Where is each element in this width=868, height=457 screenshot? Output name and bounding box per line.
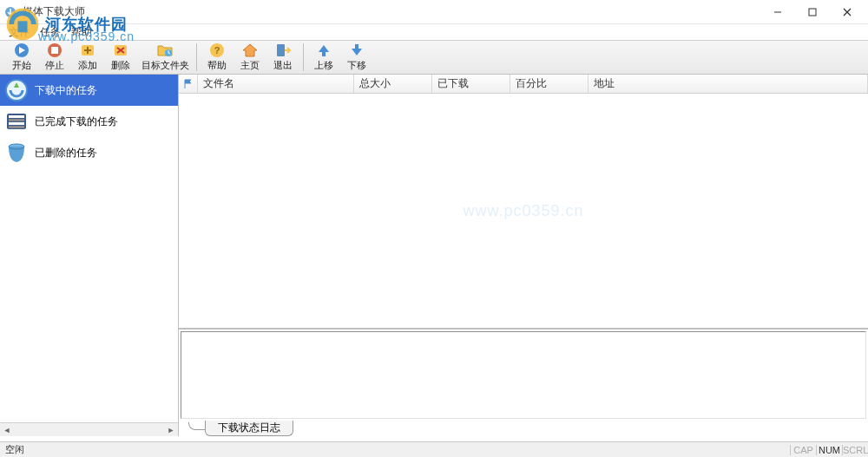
toolbar: 开始 停止 添加 删除 目标文件夹 ? 帮助 主页 退出 上移 下移 xyxy=(0,40,868,75)
help-icon: ? xyxy=(208,42,226,58)
help-button[interactable]: ? 帮助 xyxy=(201,41,233,74)
start-button[interactable]: 开始 xyxy=(5,41,38,74)
home-icon xyxy=(241,42,259,58)
status-cap: CAP xyxy=(790,445,816,455)
toolbar-separator xyxy=(303,43,304,71)
move-up-label: 上移 xyxy=(314,59,333,72)
downloading-icon xyxy=(3,77,30,103)
home-button[interactable]: 主页 xyxy=(233,41,266,74)
delete-label: 删除 xyxy=(111,59,130,72)
folder-icon xyxy=(156,42,174,58)
sidebar-list: 下载中的任务 已完成下载的任务 已删除的任务 xyxy=(0,75,178,422)
stop-icon xyxy=(46,42,63,58)
sidebar-item-downloading[interactable]: 下载中的任务 xyxy=(0,75,178,106)
toolbar-separator xyxy=(196,43,197,71)
svg-rect-21 xyxy=(277,44,285,56)
sidebar: 下载中的任务 已完成下载的任务 已删除的任务 ◄ ► xyxy=(0,75,179,436)
home-label: 主页 xyxy=(240,59,260,72)
delete-button[interactable]: 删除 xyxy=(104,41,137,74)
window-title: 媒体下载大师 xyxy=(23,4,760,19)
svg-marker-23 xyxy=(352,44,362,55)
svg-marker-20 xyxy=(243,44,257,56)
svg-rect-30 xyxy=(9,126,24,128)
log-tabs: 下载状态日志 xyxy=(179,419,868,436)
arrow-down-icon xyxy=(348,42,365,58)
svg-marker-22 xyxy=(319,45,329,56)
column-filename[interactable]: 文件名 xyxy=(198,75,354,93)
completed-icon xyxy=(3,108,30,134)
log-tab-status[interactable]: 下载状态日志 xyxy=(205,421,293,436)
move-down-label: 下移 xyxy=(347,59,366,72)
scroll-left-icon[interactable]: ◄ xyxy=(0,424,14,436)
table-header: 文件名 总大小 已下载 百分比 地址 xyxy=(179,75,868,94)
app-icon xyxy=(3,5,17,19)
exit-button[interactable]: 退出 xyxy=(266,41,299,74)
log-body[interactable] xyxy=(181,331,866,419)
move-up-button[interactable]: 上移 xyxy=(307,41,340,74)
menubar: 文件 任务 帮助 xyxy=(0,24,868,40)
menu-help[interactable]: 帮助 xyxy=(69,25,94,40)
svg-rect-29 xyxy=(9,122,24,125)
exit-icon xyxy=(274,42,292,58)
column-url[interactable]: 地址 xyxy=(589,75,868,93)
content-area: 文件名 总大小 已下载 百分比 地址 www.pc0359.cn 下载状态日志 xyxy=(179,75,868,436)
minimize-button[interactable] xyxy=(760,1,795,23)
start-label: 开始 xyxy=(12,59,31,72)
target-folder-button[interactable]: 目标文件夹 xyxy=(137,41,193,74)
table-body[interactable]: www.pc0359.cn xyxy=(179,94,868,328)
arrow-up-icon xyxy=(315,42,332,58)
stop-button[interactable]: 停止 xyxy=(38,41,71,74)
column-icon[interactable] xyxy=(179,75,198,93)
svg-rect-10 xyxy=(51,47,58,54)
exit-label: 退出 xyxy=(273,59,293,72)
body-watermark: www.pc0359.cn xyxy=(463,202,583,220)
sidebar-item-label: 已删除的任务 xyxy=(35,146,97,160)
add-label: 添加 xyxy=(78,59,97,72)
help-label: 帮助 xyxy=(207,59,227,72)
menu-task[interactable]: 任务 xyxy=(38,25,62,40)
svg-rect-4 xyxy=(809,9,816,16)
svg-rect-28 xyxy=(9,119,24,121)
plus-icon xyxy=(79,42,96,58)
svg-rect-27 xyxy=(9,115,24,118)
sidebar-item-completed[interactable]: 已完成下载的任务 xyxy=(0,106,178,137)
add-button[interactable]: 添加 xyxy=(71,41,104,74)
move-down-button[interactable]: 下移 xyxy=(340,41,373,74)
status-text: 空闲 xyxy=(0,443,790,456)
log-panel: 下载状态日志 xyxy=(179,328,868,436)
flag-icon xyxy=(183,79,194,89)
status-scrl: SCRL xyxy=(842,445,868,455)
statusbar: 空闲 CAP NUM SCRL xyxy=(0,441,868,457)
sidebar-scrollbar[interactable]: ◄ ► xyxy=(0,422,178,436)
scroll-right-icon[interactable]: ► xyxy=(164,424,178,436)
menu-file[interactable]: 文件 xyxy=(7,25,31,40)
column-percent[interactable]: 百分比 xyxy=(510,75,589,93)
svg-text:?: ? xyxy=(214,45,220,55)
target-folder-label: 目标文件夹 xyxy=(141,59,189,72)
column-total-size[interactable]: 总大小 xyxy=(354,75,432,93)
delete-icon xyxy=(112,42,129,58)
sidebar-item-deleted[interactable]: 已删除的任务 xyxy=(0,137,178,168)
status-num: NUM xyxy=(816,445,842,455)
close-button[interactable] xyxy=(830,1,865,23)
sidebar-item-label: 已完成下载的任务 xyxy=(35,114,118,129)
column-downloaded[interactable]: 已下载 xyxy=(432,75,510,93)
titlebar: 媒体下载大师 xyxy=(0,0,868,24)
main-area: 下载中的任务 已完成下载的任务 已删除的任务 ◄ ► 文件名 总大小 已下载 xyxy=(0,75,868,436)
sidebar-item-label: 下载中的任务 xyxy=(35,83,97,98)
trash-icon xyxy=(3,140,30,166)
maximize-button[interactable] xyxy=(795,1,830,23)
play-icon xyxy=(13,42,30,58)
stop-label: 停止 xyxy=(45,59,64,72)
